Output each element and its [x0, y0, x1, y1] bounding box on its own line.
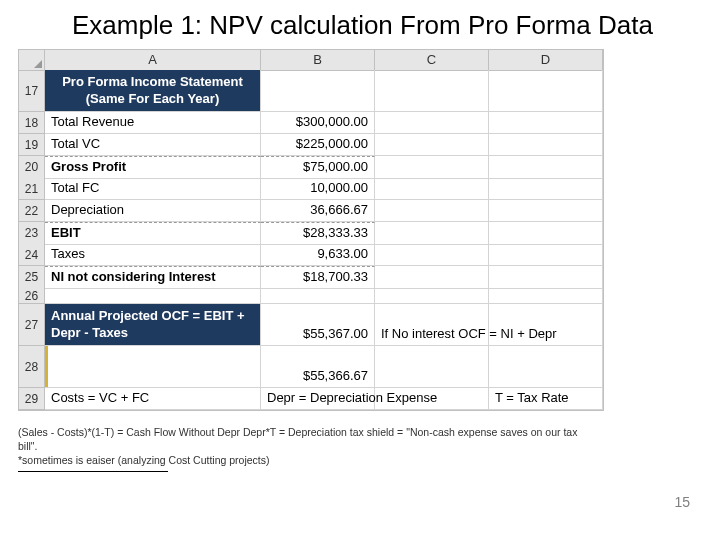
cell-d22[interactable] — [489, 200, 603, 222]
cell-b29[interactable]: Depr = Depreciation Expense — [261, 388, 375, 410]
cell-b18[interactable]: $300,000.00 — [261, 112, 375, 134]
row-23: 23 EBIT $28,333.33 — [19, 222, 603, 244]
cell-c29[interactable] — [375, 388, 489, 410]
footnotes: (Sales - Costs)*(1-T) = Cash Flow Withou… — [18, 425, 578, 472]
select-all-corner[interactable] — [19, 50, 45, 71]
page-number: 15 — [674, 494, 690, 510]
row-17: 17 Pro Forma Income Statement (Same For … — [19, 70, 603, 112]
cell-a18[interactable]: Total Revenue — [45, 112, 261, 134]
cell-b24[interactable]: 9,633.00 — [261, 244, 375, 266]
cell-c27[interactable]: If No interest OCF = NI + Depr — [375, 304, 489, 346]
column-header-row: A B C D — [19, 50, 603, 70]
row-26: 26 — [19, 288, 603, 304]
cell-c25[interactable] — [375, 266, 489, 289]
row-header-18[interactable]: 18 — [19, 112, 45, 134]
col-header-c[interactable]: C — [375, 50, 489, 71]
cell-a20[interactable]: Gross Profit — [45, 156, 261, 179]
row-22: 22 Depreciation 36,666.67 — [19, 200, 603, 222]
cell-c20[interactable] — [375, 156, 489, 179]
row-header-19[interactable]: 19 — [19, 134, 45, 156]
cell-c24[interactable] — [375, 244, 489, 266]
cell-c18[interactable] — [375, 112, 489, 134]
cell-a23[interactable]: EBIT — [45, 222, 261, 245]
col-header-d[interactable]: D — [489, 50, 603, 71]
cell-b21[interactable]: 10,000.00 — [261, 178, 375, 200]
cell-c26[interactable] — [375, 288, 489, 304]
cell-d18[interactable] — [489, 112, 603, 134]
cell-d24[interactable] — [489, 244, 603, 266]
row-header-17[interactable]: 17 — [19, 70, 45, 112]
row-header-24[interactable]: 24 — [19, 244, 45, 266]
row-header-29[interactable]: 29 — [19, 388, 45, 410]
cell-a25[interactable]: NI not considering Interest — [45, 266, 261, 289]
cell-d25[interactable] — [489, 266, 603, 289]
row-header-27[interactable]: 27 — [19, 304, 45, 346]
cell-a28[interactable]: Tax Shield Approach = OCF = (Sales - Cos… — [45, 346, 261, 388]
row-29: 29 Costs = VC + FC Depr = Depreciation E… — [19, 388, 603, 410]
cell-d20[interactable] — [489, 156, 603, 179]
cell-c28[interactable] — [375, 346, 489, 388]
cell-b23[interactable]: $28,333.33 — [261, 222, 375, 245]
cell-c17[interactable] — [375, 70, 489, 112]
cell-d19[interactable] — [489, 134, 603, 156]
footnote-line-2: *sometimes is eaiser (analyzing Cost Cut… — [18, 453, 578, 467]
row-20: 20 Gross Profit $75,000.00 — [19, 156, 603, 178]
col-header-a[interactable]: A — [45, 50, 261, 71]
spreadsheet: A B C D 17 Pro Forma Income Statement (S… — [18, 49, 604, 411]
row-header-25[interactable]: 25 — [19, 266, 45, 289]
row-28: 28 Tax Shield Approach = OCF = (Sales - … — [19, 346, 603, 388]
cell-a22[interactable]: Depreciation — [45, 200, 261, 222]
cell-a19[interactable]: Total VC — [45, 134, 261, 156]
row-24: 24 Taxes 9,633.00 — [19, 244, 603, 266]
cell-c23[interactable] — [375, 222, 489, 245]
cell-b26[interactable] — [261, 288, 375, 304]
cell-d17[interactable] — [489, 70, 603, 112]
cell-b20[interactable]: $75,000.00 — [261, 156, 375, 179]
row-header-28[interactable]: 28 — [19, 346, 45, 388]
cell-a21[interactable]: Total FC — [45, 178, 261, 200]
row-header-23[interactable]: 23 — [19, 222, 45, 245]
row-header-20[interactable]: 20 — [19, 156, 45, 179]
row-27: 27 Annual Projected OCF = EBIT + Depr - … — [19, 304, 603, 346]
cell-c21[interactable] — [375, 178, 489, 200]
cell-a26[interactable] — [45, 288, 261, 304]
cell-a17[interactable]: Pro Forma Income Statement (Same For Eac… — [45, 70, 261, 112]
cell-a24[interactable]: Taxes — [45, 244, 261, 266]
cell-b22[interactable]: 36,666.67 — [261, 200, 375, 222]
row-header-21[interactable]: 21 — [19, 178, 45, 200]
cell-d23[interactable] — [489, 222, 603, 245]
cell-c19[interactable] — [375, 134, 489, 156]
cell-a29[interactable]: Costs = VC + FC — [45, 388, 261, 410]
cell-d29[interactable]: T = Tax Rate — [489, 388, 603, 410]
cell-d27[interactable] — [489, 304, 603, 346]
cell-d28[interactable] — [489, 346, 603, 388]
cell-a27[interactable]: Annual Projected OCF = EBIT + Depr - Tax… — [45, 304, 261, 346]
cell-b17[interactable] — [261, 70, 375, 112]
footnote-line-1: (Sales - Costs)*(1-T) = Cash Flow Withou… — [18, 425, 578, 453]
row-header-22[interactable]: 22 — [19, 200, 45, 222]
cell-d26[interactable] — [489, 288, 603, 304]
cell-c22[interactable] — [375, 200, 489, 222]
row-header-26[interactable]: 26 — [19, 288, 45, 304]
col-header-b[interactable]: B — [261, 50, 375, 71]
footnote-divider — [18, 471, 168, 472]
cell-b28[interactable]: $55,366.67 — [261, 346, 375, 388]
cell-b27[interactable]: $55,367.00 — [261, 304, 375, 346]
row-19: 19 Total VC $225,000.00 — [19, 134, 603, 156]
row-18: 18 Total Revenue $300,000.00 — [19, 112, 603, 134]
cell-d21[interactable] — [489, 178, 603, 200]
slide-title: Example 1: NPV calculation From Pro Form… — [0, 0, 720, 49]
cell-b19[interactable]: $225,000.00 — [261, 134, 375, 156]
row-21: 21 Total FC 10,000.00 — [19, 178, 603, 200]
row-25: 25 NI not considering Interest $18,700.3… — [19, 266, 603, 288]
cell-b25[interactable]: $18,700.33 — [261, 266, 375, 289]
